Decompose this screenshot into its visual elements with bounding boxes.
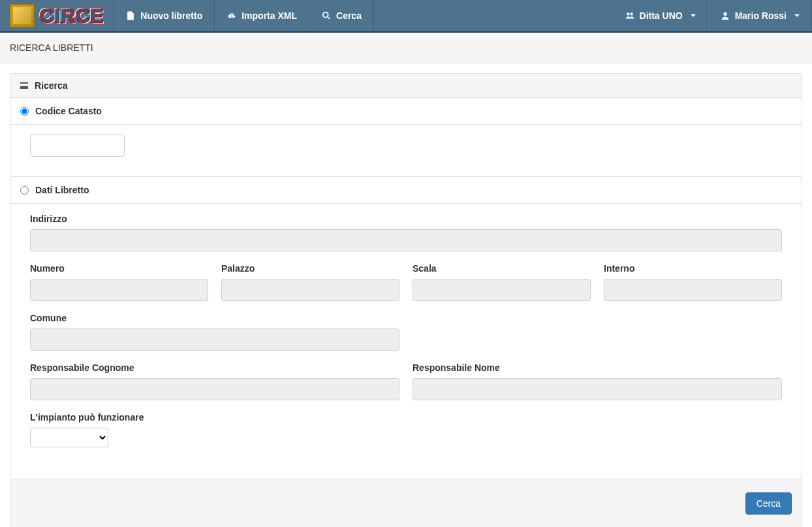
svg-point-3: [630, 12, 632, 15]
top-navbar: CIRCE Nuovo libretto Importa XML Cerca D…: [0, 0, 812, 33]
svg-point-0: [323, 12, 328, 18]
resp-cognome-input[interactable]: [30, 378, 399, 400]
codice-catasto-input[interactable]: [30, 135, 125, 157]
nav-cerca-label: Cerca: [336, 10, 362, 21]
impianto-funz-select[interactable]: [30, 428, 108, 447]
nav-ditta-label: Ditta UNO: [640, 10, 683, 21]
label-resp-nome: Responsabile Nome: [413, 362, 782, 373]
label-numero: Numero: [30, 263, 208, 274]
label-impianto-funz: L'impianto può funzionare: [30, 412, 144, 423]
panel-heading: Ricerca: [10, 74, 802, 98]
comune-input[interactable]: [30, 328, 399, 351]
section-dati-libretto-body: Indirizzo Numero Palazzo Scala: [10, 203, 802, 479]
interno-input[interactable]: [604, 279, 782, 301]
caret-down-icon: [794, 14, 800, 17]
menu-icon: [20, 82, 28, 89]
label-interno: Interno: [604, 263, 782, 274]
page-title: RICERCA LIBRETTI: [0, 33, 812, 63]
label-resp-cognome: Responsabile Cognome: [30, 362, 399, 373]
cloud-download-icon: [227, 11, 236, 20]
nav-right: Ditta UNO Mario Rossi: [614, 0, 812, 31]
nav-nuovo-libretto[interactable]: Nuovo libretto: [114, 0, 215, 31]
resp-nome-input[interactable]: [413, 378, 782, 400]
nav-user-dropdown[interactable]: Mario Rossi: [708, 0, 812, 31]
label-scala: Scala: [413, 263, 591, 274]
label-indirizzo: Indirizzo: [30, 214, 782, 224]
nav-user-label: Mario Rossi: [735, 10, 787, 21]
section-dati-libretto-label: Dati Libretto: [35, 185, 89, 195]
section-codice-catasto-body: [10, 124, 802, 176]
nav-cerca[interactable]: Cerca: [309, 0, 374, 31]
section-codice-catasto-header[interactable]: Codice Catasto: [10, 98, 802, 124]
caret-down-icon: [691, 14, 696, 17]
section-codice-catasto-label: Codice Catasto: [35, 106, 102, 116]
panel-body: Codice Catasto Dati Libretto Indirizzo N…: [10, 98, 802, 479]
svg-point-2: [627, 12, 629, 15]
numero-input[interactable]: [30, 279, 208, 301]
brand-logo-icon: [10, 4, 35, 27]
brand[interactable]: CIRCE: [0, 0, 114, 31]
indirizzo-input[interactable]: [30, 229, 782, 251]
users-icon: [625, 11, 634, 20]
scala-input[interactable]: [413, 279, 591, 301]
nav-nuovo-libretto-label: Nuovo libretto: [140, 10, 202, 21]
user-icon: [721, 11, 730, 20]
radio-codice-catasto[interactable]: [20, 107, 29, 116]
svg-line-1: [328, 17, 330, 20]
nav-left: Nuovo libretto Importa XML Cerca: [114, 0, 374, 31]
nav-importa-xml[interactable]: Importa XML: [215, 0, 309, 31]
search-panel: Ricerca Codice Catasto Dati Libretto Ind…: [10, 73, 802, 527]
radio-dati-libretto[interactable]: [20, 186, 29, 195]
svg-point-4: [723, 12, 726, 16]
cerca-button[interactable]: Cerca: [745, 492, 792, 515]
panel-footer: Cerca: [10, 479, 802, 527]
label-comune: Comune: [30, 313, 399, 323]
section-dati-libretto-header[interactable]: Dati Libretto: [10, 176, 802, 203]
file-icon: [126, 11, 135, 20]
brand-text: CIRCE: [40, 5, 104, 27]
palazzo-input[interactable]: [221, 279, 399, 301]
label-palazzo: Palazzo: [221, 263, 399, 274]
panel-title: Ricerca: [35, 80, 68, 91]
search-icon: [322, 11, 331, 20]
nav-importa-xml-label: Importa XML: [242, 10, 297, 21]
nav-ditta-dropdown[interactable]: Ditta UNO: [614, 0, 708, 31]
